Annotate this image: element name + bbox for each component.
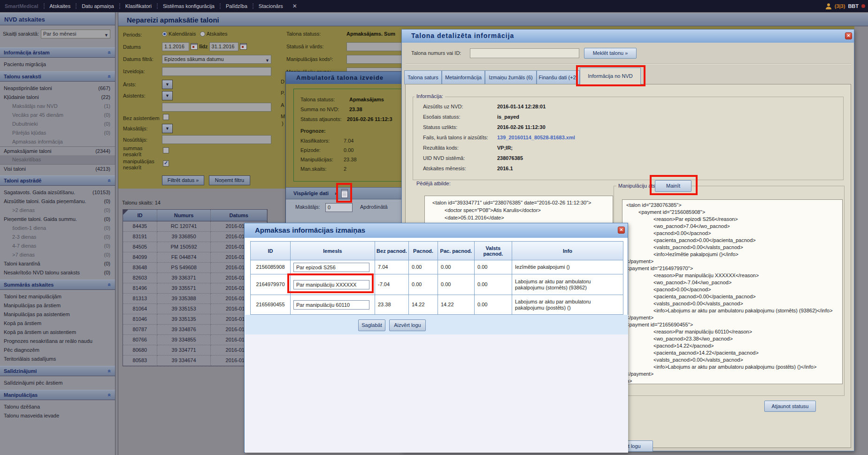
- tickets-column-header[interactable]: Datums: [211, 210, 267, 221]
- close-icon[interactable]: ✕: [618, 227, 625, 234]
- sidebar-item[interactable]: Prognozes nesakrišana ar reālo naudu: [0, 337, 115, 346]
- info-row: Esošais statuss:is_payed: [423, 112, 836, 122]
- calendar-icon[interactable]: [191, 43, 198, 50]
- sidebar-item[interactable]: Visi taloni(4213): [0, 164, 115, 173]
- sidebar-item[interactable]: Apmaksājamie taloni(2344): [0, 146, 115, 155]
- menu-item-sist-mas-konfigur-cija[interactable]: Sistēmas konfigurācija: [163, 3, 215, 9]
- reason-textbox[interactable]: Par epizodi S256: [293, 263, 369, 272]
- cd-status-value: Apmaksājams: [349, 97, 384, 102]
- sidebar-item[interactable]: Pārējās kļūdas(0): [0, 129, 115, 137]
- sidebar-item[interactable]: >2 dienas(0): [0, 206, 115, 215]
- sidebar-item[interactable]: Taloni karantīnā(0): [0, 259, 115, 268]
- filter-button[interactable]: Filtrēt datus »: [162, 175, 204, 185]
- reason-textbox[interactable]: Par manipulāciju 60110: [293, 300, 369, 310]
- sidebar-item[interactable]: Apmaksas informācija: [0, 137, 115, 146]
- bez-asistentiem-checkbox[interactable]: [163, 114, 169, 120]
- arsts-dropdown[interactable]: ▼: [162, 80, 173, 89]
- calendar-icon[interactable]: [240, 43, 247, 50]
- sidebar-item[interactable]: Dubultnieki(0): [0, 120, 115, 129]
- nosutitajs-input[interactable]: [162, 135, 271, 144]
- clear-filter-button[interactable]: Noņemt filtru: [209, 175, 250, 185]
- save-button[interactable]: Saglabāt: [358, 319, 385, 331]
- sidebar-item[interactable]: Kopā pa ārstiem un asistentiem: [0, 328, 115, 337]
- cd-maksatajs-input[interactable]: 0: [325, 203, 353, 212]
- sidebar-item[interactable]: 4-7 dienas(0): [0, 242, 115, 250]
- payment-dialog-title[interactable]: Apmaksas informācijas izmaiņas: [245, 223, 628, 238]
- sidebar-item[interactable]: Nesakrītošo NVD talonu saraksts(0): [0, 268, 115, 277]
- payment-row[interactable]: 2156085908Par epizodi S2567.040.000.000.…: [251, 260, 623, 274]
- sidebar-item[interactable]: Vecāks par 45 dienām(0): [0, 111, 115, 120]
- date-from-input[interactable]: 1.1.2016: [162, 42, 189, 51]
- sidebar-item[interactable]: Maksātājs nav NVD(1): [0, 102, 115, 111]
- tab-talona-saturs[interactable]: Talona saturs: [404, 70, 442, 84]
- sidebar-item[interactable]: 2-3 dienas(0): [0, 233, 115, 242]
- collapse-chevron-icon: «: [105, 283, 115, 287]
- info-legend: Informācija:: [415, 93, 445, 99]
- sidebar-item[interactable]: Aizsūtītie taloni. Gaida pieņemšanu.(0): [0, 197, 115, 206]
- list-filter-select[interactable]: Par šo mēnesi ▼: [41, 30, 110, 38]
- sidebar-section-header[interactable]: Informācija ārstam«: [0, 47, 115, 58]
- close-icon[interactable]: ✕: [845, 32, 852, 39]
- payment-row[interactable]: 2165690455Par manipulāciju 6011023.3814.…: [251, 295, 623, 315]
- sidebar-item[interactable]: Nesakritības: [0, 155, 115, 164]
- sidebar-item[interactable]: Talonu masveida ievade: [0, 411, 115, 420]
- sidebar-section-header[interactable]: Salīdzinājumi«: [0, 366, 115, 376]
- tab-finan-u-dati-2-[interactable]: Finanšu dati (+2): [537, 70, 580, 84]
- sidebar-item[interactable]: Pacientu migrācija: [0, 60, 115, 69]
- sidebar-item[interactable]: Kopā pa ārstiem: [0, 319, 115, 328]
- sidebar-item[interactable]: Salīdzinājumi pēc ārstiem: [0, 379, 115, 387]
- menu-item-stacion-rs[interactable]: Stacionārs: [259, 3, 283, 9]
- close-icon[interactable]: ✕: [292, 3, 297, 9]
- payment-column-header: Iemesls: [291, 242, 375, 260]
- radio-atskaites[interactable]: [200, 31, 205, 37]
- asistents-dropdown[interactable]: ▼: [162, 91, 173, 100]
- menu-item-atskaites[interactable]: Atskaites: [50, 3, 71, 9]
- date-to-input[interactable]: 31.1.2016: [209, 42, 238, 51]
- sidebar-item[interactable]: Pieņemtie taloni. Gaida summu.(0): [0, 215, 115, 224]
- detail-dialog-title[interactable]: Talona detalizēta informācija: [402, 30, 854, 43]
- tickets-column-header[interactable]: ID: [123, 210, 157, 221]
- sidebar-item[interactable]: Talonu dzēšana: [0, 402, 115, 411]
- radio-kalendarais-label: Kalendārais: [169, 31, 196, 37]
- sidebar-section-header[interactable]: Summārās atskaites«: [0, 280, 115, 290]
- sidebar-section-header[interactable]: Taloni apstrādē«: [0, 175, 115, 186]
- sidebar-item[interactable]: Kļūdainie taloni(22): [0, 93, 115, 102]
- maksatajs-dropdown[interactable]: ▼: [162, 124, 173, 133]
- collapse-chevron-icon: «: [105, 51, 115, 54]
- tab-metainform-cija[interactable]: Metainformācija: [442, 70, 485, 84]
- summas-nesakrit-checkbox[interactable]: [163, 147, 169, 153]
- sidebar-item[interactable]: Taloni bez manipulācijām: [0, 292, 115, 301]
- close-window-button[interactable]: Aizvērt logu: [389, 319, 426, 331]
- sidebar-item[interactable]: šodien-1 diena(0): [0, 224, 115, 233]
- sidebar-section-header[interactable]: Manipulācijas«: [0, 390, 115, 400]
- datums-filtra-select[interactable]: Epizodes sākuma datumu ▼: [162, 55, 271, 64]
- sidebar-section-header[interactable]: Talonu saraksti«: [0, 71, 115, 82]
- datums-label: Datums: [123, 44, 141, 50]
- manip-nesakrit-checkbox[interactable]: [163, 160, 169, 167]
- sidebar-item[interactable]: Manipulācijas pa ārstiem: [0, 301, 115, 310]
- menu-item-klasifikatori[interactable]: Klasifikatori: [125, 3, 152, 9]
- search-ticket-button[interactable]: Meklēt talonu »: [584, 48, 637, 59]
- menu-item-datu-apmai-a[interactable]: Datu apmaiņa: [82, 3, 114, 9]
- asistents-input[interactable]: [162, 103, 271, 112]
- izveidoja-input[interactable]: [162, 67, 271, 76]
- sidebar-item[interactable]: >7 dienas(0): [0, 250, 115, 259]
- sidebar-item[interactable]: Sagatavots. Gaida aizsūtīšanu.(10153): [0, 188, 115, 197]
- tab-izmai-u-urn-ls-6-[interactable]: Izmaiņu žurnāls (6): [485, 70, 537, 84]
- radio-kalendarais[interactable]: [162, 31, 167, 37]
- info-row: Fails, kurā talons ir aizsūtīts:139_2016…: [423, 132, 836, 143]
- refresh-status-button[interactable]: Atjaunot statusu: [764, 401, 816, 412]
- tickets-column-header[interactable]: Numurs: [157, 210, 211, 221]
- bez-asistentiem-label: Bez asistentiem: [123, 115, 160, 121]
- menu-item-pal-dz-ba[interactable]: Palīdzība: [226, 3, 247, 9]
- xml-file-link[interactable]: 139_20160114_80528-81683.xml: [497, 135, 575, 140]
- periods-label: Periods:: [123, 32, 142, 38]
- sidebar-item[interactable]: Teritoriālais sadalījums: [0, 355, 115, 364]
- page-title: Nepareizi apmaksātie taloni: [118, 13, 868, 26]
- sidebar-item[interactable]: Manipulācijas pa asistentiem: [0, 310, 115, 319]
- ticket-search-input[interactable]: [470, 48, 579, 58]
- sidebar-item[interactable]: Pēc diagnozēm: [0, 346, 115, 355]
- user-code: BBT: [848, 3, 859, 9]
- user-icon: [825, 3, 832, 9]
- sidebar-item[interactable]: Neapstiprinātie taloni(667): [0, 84, 115, 93]
